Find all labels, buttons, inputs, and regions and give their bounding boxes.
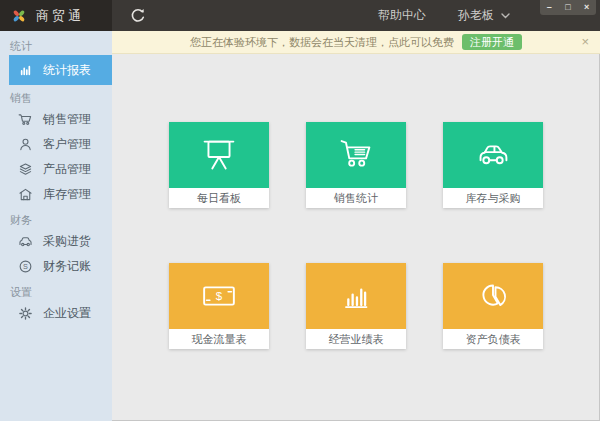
app-window: { "topbar": { "app_title": "商贸通", "help_… xyxy=(0,0,600,421)
maximize-button[interactable]: □ xyxy=(561,0,575,15)
app-logo: 商贸通 xyxy=(0,0,112,31)
sidebar-item-product-management[interactable]: 产品管理 xyxy=(0,157,112,182)
shopping-cart-icon xyxy=(17,111,34,128)
sidebar-section-statistics: 统计 统计报表 xyxy=(0,37,112,85)
trial-banner-message: 您正在体验环境下，数据会在当天清理，点此可以免费 xyxy=(190,35,454,50)
window-controls: – □ × xyxy=(540,0,596,15)
close-button[interactable]: × xyxy=(580,0,594,15)
tile-label: 资产负债表 xyxy=(443,329,543,349)
sidebar-item-label: 财务记账 xyxy=(43,258,91,275)
bar-chart-icon xyxy=(333,273,379,319)
sidebar-section-sales: 销售 销售管理 客户管理 产品管理 库存管理 xyxy=(0,89,112,207)
sidebar-item-customer-management[interactable]: 客户管理 xyxy=(0,132,112,157)
tile-label: 每日看板 xyxy=(169,188,269,208)
sidebar: 统计 统计报表 销售 销售管理 客户管理 xyxy=(0,31,112,421)
layers-icon xyxy=(17,161,34,178)
sidebar-item-enterprise-settings[interactable]: 企业设置 xyxy=(0,301,112,326)
sidebar-item-label: 采购进货 xyxy=(43,233,91,250)
sidebar-item-purchasing[interactable]: 采购进货 xyxy=(0,229,112,254)
sidebar-item-label: 统计报表 xyxy=(43,62,91,79)
tile-label: 销售统计 xyxy=(306,188,406,208)
register-button[interactable]: 注册开通 xyxy=(462,34,522,50)
tile-daily-dashboard[interactable]: 每日看板 xyxy=(169,122,269,208)
car-icon xyxy=(470,132,516,178)
refresh-button[interactable] xyxy=(128,6,148,26)
sidebar-item-finance-accounting[interactable]: S 财务记账 xyxy=(0,254,112,279)
sidebar-item-label: 产品管理 xyxy=(43,161,91,178)
tile-inventory-purchasing[interactable]: 库存与采购 xyxy=(443,122,543,208)
sidebar-section-label: 统计 xyxy=(0,37,112,55)
tile-business-performance[interactable]: 经营业绩表 xyxy=(306,263,406,349)
tile-cash-flow[interactable]: $ 现金流量表 xyxy=(169,263,269,349)
sidebar-item-inventory-management[interactable]: 库存管理 xyxy=(0,182,112,207)
minimize-button[interactable]: – xyxy=(542,0,556,15)
svg-text:$: $ xyxy=(216,290,223,302)
sidebar-item-label: 销售管理 xyxy=(43,111,91,128)
pie-chart-icon xyxy=(470,273,516,319)
warehouse-icon xyxy=(17,186,34,203)
tile-balance-sheet[interactable]: 资产负债表 xyxy=(443,263,543,349)
banner-close-button[interactable]: × xyxy=(581,34,589,50)
sidebar-item-label: 企业设置 xyxy=(43,305,91,322)
sidebar-section-settings: 设置 企业设置 xyxy=(0,283,112,326)
tile-label: 经营业绩表 xyxy=(306,329,406,349)
presentation-board-icon xyxy=(196,132,242,178)
user-menu[interactable]: 孙老板 xyxy=(458,7,510,24)
close-icon: × xyxy=(581,34,589,49)
sidebar-item-label: 客户管理 xyxy=(43,136,91,153)
shopping-cart-icon xyxy=(333,132,379,178)
dollar-circle-icon: S xyxy=(17,258,34,275)
car-icon xyxy=(17,233,34,250)
tile-label: 库存与采购 xyxy=(443,188,543,208)
sidebar-item-sales-management[interactable]: 销售管理 xyxy=(0,107,112,132)
tile-label: 现金流量表 xyxy=(169,329,269,349)
gear-icon xyxy=(17,305,34,322)
topbar-right: 帮助中心 孙老板 xyxy=(378,0,510,31)
bar-chart-icon xyxy=(17,62,34,79)
person-icon xyxy=(17,136,34,153)
sidebar-section-finance: 财务 采购进货 S 财务记账 xyxy=(0,211,112,279)
help-center-link[interactable]: 帮助中心 xyxy=(378,7,426,24)
pinwheel-logo-icon xyxy=(11,8,27,24)
user-name: 孙老板 xyxy=(458,7,494,24)
refresh-icon xyxy=(128,6,148,26)
sidebar-section-label: 销售 xyxy=(0,89,112,107)
app-title: 商贸通 xyxy=(36,7,84,25)
chevron-down-icon xyxy=(501,13,510,19)
sidebar-section-label: 财务 xyxy=(0,211,112,229)
trial-banner: 您正在体验环境下，数据会在当天清理，点此可以免费 注册开通 × xyxy=(112,31,600,54)
money-bill-icon: $ xyxy=(196,273,242,319)
sidebar-item-label: 库存管理 xyxy=(43,186,91,203)
top-bar: 商贸通 帮助中心 孙老板 – □ × xyxy=(0,0,600,31)
sidebar-section-label: 设置 xyxy=(0,283,112,301)
tile-sales-statistics[interactable]: 销售统计 xyxy=(306,122,406,208)
svg-text:S: S xyxy=(23,262,28,271)
sidebar-item-stats-report[interactable]: 统计报表 xyxy=(9,55,112,85)
